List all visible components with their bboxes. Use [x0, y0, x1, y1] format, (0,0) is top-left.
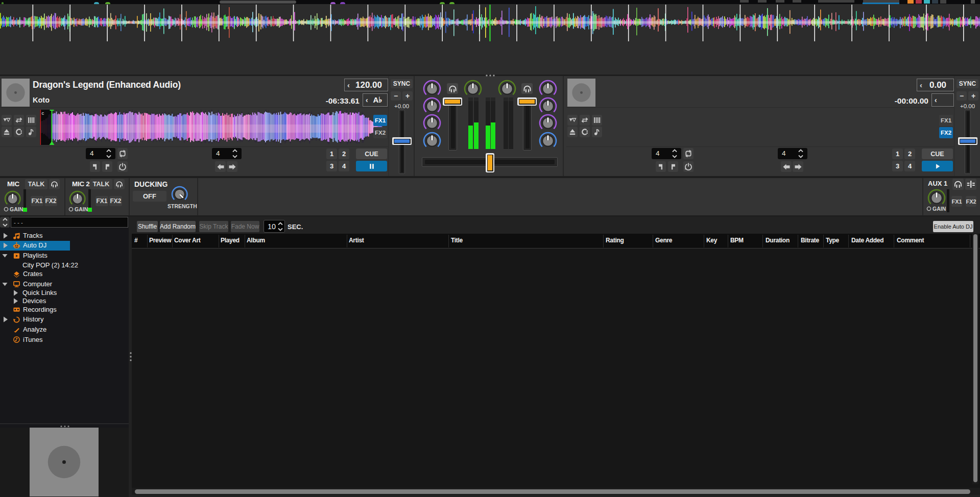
svg-text:c: c — [42, 110, 44, 116]
